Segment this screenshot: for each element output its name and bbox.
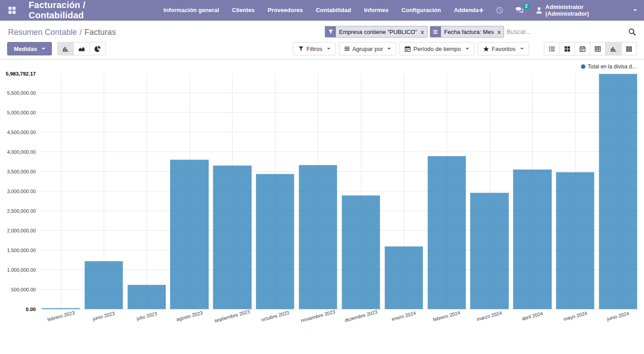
y-tick-label: 4,500,000.00 [7,130,36,135]
graph-view-button[interactable] [606,42,622,55]
app-title: Facturación / Contabilidad [29,0,143,21]
bar-octubre-2023[interactable] [256,174,294,309]
breadcrumb-separator: / [80,28,82,37]
group-by-button[interactable]: Agrupar por [339,42,397,55]
activity-clock-icon[interactable] [496,7,503,14]
y-tick-label: 3,000,000.00 [7,189,36,194]
bar-slot: septiembre 2023 [211,74,254,309]
y-tick-label: 5,000,000.00 [7,110,36,115]
messages-badge: 2 [523,3,530,9]
facet-remove-icon[interactable]: x [420,26,427,37]
search-input[interactable] [506,28,626,35]
caret-down-icon [327,48,330,50]
line-chart-button[interactable] [74,42,90,55]
bar-febrero-2023[interactable] [42,308,80,309]
bar-slot: agosto 2023 [168,74,211,309]
messages-icon[interactable]: 2 [515,7,524,14]
bar-slot: junio 2023 [82,74,125,309]
chart-area: Total en la divisa d... 0.00500,000.001,… [0,59,644,354]
search-icon[interactable] [628,28,636,36]
bar-enero-2024[interactable] [385,246,423,309]
pie-chart-icon [94,46,101,52]
bar-slot: marzo 2024 [468,74,511,309]
menu-clientes[interactable]: Clientes [232,7,255,13]
bar-marzo-2024[interactable] [470,193,508,309]
y-tick-label: 0.00 [26,307,36,312]
x-tick-label: febrero 2023 [47,310,75,322]
y-axis: 0.00500,000.001,000,000.001,500,000.002,… [0,74,36,309]
bar-febrero-2024[interactable] [428,156,466,309]
bar-chart-button[interactable] [57,42,74,55]
grid-view-button[interactable] [622,42,637,55]
menu-proveedores[interactable]: Proveedores [267,7,303,13]
bar-abril-2024[interactable] [513,169,551,309]
bar-slot: febrero 2023 [39,74,82,309]
bar-slot: febrero 2024 [425,74,468,309]
bar-slot: mayo 2024 [554,74,597,309]
calendar-view-icon [580,46,585,52]
caret-down-icon [387,48,391,50]
y-tick-label: 4,000,000.00 [7,149,36,155]
v-gridline [61,74,61,309]
y-tick-label: 3,500,000.00 [7,169,36,174]
bar-chart-icon [62,46,69,52]
calendar-view-button[interactable] [575,42,590,55]
search-facet-filter: Empresa contiene "PUBLICO" x [325,26,428,38]
chart-legend[interactable]: Total en la divisa d... [581,63,636,70]
pivot-view-button[interactable] [590,42,606,55]
legend-dot-icon [581,64,585,69]
menu-addenda[interactable]: Addenda [454,7,479,13]
x-tick-label: julio 2023 [136,311,157,321]
bar-mayo-2024[interactable] [556,172,594,309]
filter-funnel-icon [298,46,304,51]
user-menu[interactable]: Administrator (Administrador) [536,4,637,17]
menu-contabilidad[interactable]: Contabilidad [316,7,351,13]
bar-diciembre-2023[interactable] [342,195,380,309]
kanban-icon [564,46,570,52]
favorites-button[interactable]: Favoritos [478,42,529,55]
measures-button[interactable]: Medidas [7,42,52,55]
menu-informacion-general[interactable]: Información general [164,7,219,13]
breadcrumb-parent[interactable]: Resumen Contable [8,28,77,37]
x-tick-label: marzo 2024 [476,310,503,322]
y-tick-label: 5,500,000.00 [7,90,36,96]
plus-icon[interactable]: + [479,6,484,14]
apps-menu-icon[interactable] [7,5,17,15]
x-tick-label: febrero 2024 [432,310,461,322]
kanban-view-button[interactable] [560,42,575,55]
x-tick-label: junio 2024 [606,311,630,322]
x-tick-label: mayo 2024 [563,310,588,322]
bar-junio-2024[interactable] [599,74,637,309]
filters-button[interactable]: Filtros [293,42,335,55]
caret-down-icon [42,48,45,50]
bar-slot: junio 2024 [597,74,640,309]
y-tick-label: 5,983,792.17 [6,71,36,76]
bar-noviembre-2023[interactable] [299,165,337,309]
star-icon [483,46,489,52]
plot-area: febrero 2023junio 2023julio 2023agosto 2… [39,74,640,309]
x-tick-label: octubre 2023 [261,310,290,322]
bar-septiembre-2023[interactable] [213,165,251,309]
bar-agosto-2023[interactable] [170,160,208,309]
breadcrumb-current: Facturas [85,28,116,37]
menu-informes[interactable]: Informes [364,7,389,13]
pie-chart-button[interactable] [90,42,106,55]
facet-remove-icon[interactable]: x [497,26,504,37]
time-range-button[interactable]: Período de tiempo [399,42,474,55]
h-gridline [39,112,640,113]
caret-down-icon [520,48,524,50]
list-view-button[interactable] [544,42,560,55]
h-gridline [39,93,640,93]
bar-slot: julio 2023 [125,74,168,309]
menu-configuracion[interactable]: Configuración [402,7,441,13]
v-gridline [147,74,147,309]
legend-label: Total en la divisa d... [588,63,636,70]
breadcrumb: Resumen Contable/Facturas [7,28,116,37]
bar-julio-2023[interactable] [127,285,166,309]
area-chart-icon [78,46,85,52]
filter-icon [325,26,336,37]
x-tick-label: abril 2024 [521,311,543,321]
x-tick-label: noviembre 2023 [300,309,335,323]
x-tick-label: diciembre 2023 [344,309,378,323]
bar-junio-2023[interactable] [85,261,123,309]
